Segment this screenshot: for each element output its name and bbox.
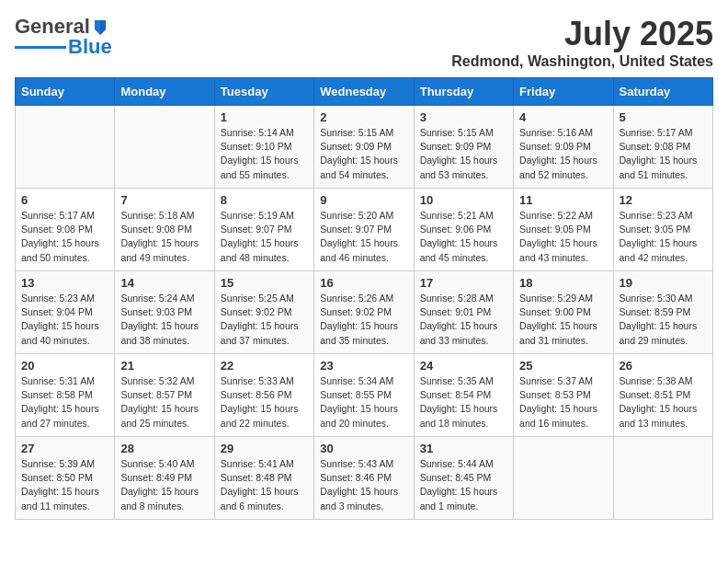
calendar-cell: 10Sunrise: 5:21 AM Sunset: 9:06 PM Dayli… [414, 189, 513, 271]
calendar-cell: 29Sunrise: 5:41 AM Sunset: 8:48 PM Dayli… [214, 437, 313, 520]
day-info: Sunrise: 5:38 AM Sunset: 8:51 PM Dayligh… [620, 374, 707, 431]
day-info: Sunrise: 5:44 AM Sunset: 8:45 PM Dayligh… [420, 457, 507, 513]
day-number: 11 [519, 193, 607, 207]
calendar-cell: 12Sunrise: 5:23 AM Sunset: 9:05 PM Dayli… [613, 189, 712, 271]
day-number: 18 [519, 276, 607, 290]
logo-underline [15, 46, 66, 49]
day-info: Sunrise: 5:15 AM Sunset: 9:09 PM Dayligh… [420, 126, 507, 182]
calendar-cell: 14Sunrise: 5:24 AM Sunset: 9:03 PM Dayli… [115, 271, 214, 354]
calendar-cell: 15Sunrise: 5:25 AM Sunset: 9:02 PM Dayli… [214, 271, 313, 354]
header: General Blue July 2025 Redmond, Washingt… [15, 15, 713, 70]
calendar-table: SundayMondayTuesdayWednesdayThursdayFrid… [15, 77, 713, 520]
day-info: Sunrise: 5:28 AM Sunset: 9:01 PM Dayligh… [420, 292, 507, 348]
calendar-week-row: 1Sunrise: 5:14 AM Sunset: 9:10 PM Daylig… [16, 106, 713, 189]
calendar-cell: 2Sunrise: 5:15 AM Sunset: 9:09 PM Daylig… [314, 106, 414, 189]
calendar-cell [613, 437, 712, 520]
day-number: 7 [120, 193, 208, 207]
calendar-cell: 9Sunrise: 5:20 AM Sunset: 9:07 PM Daylig… [314, 189, 414, 271]
calendar-cell: 28Sunrise: 5:40 AM Sunset: 8:49 PM Dayli… [115, 437, 214, 520]
day-info: Sunrise: 5:35 AM Sunset: 8:54 PM Dayligh… [420, 374, 507, 431]
weekday-header: Wednesday [314, 78, 414, 106]
day-info: Sunrise: 5:17 AM Sunset: 9:08 PM Dayligh… [620, 126, 707, 182]
day-info: Sunrise: 5:41 AM Sunset: 8:48 PM Dayligh… [221, 457, 308, 513]
day-number: 17 [420, 276, 507, 290]
day-number: 3 [420, 110, 507, 124]
day-info: Sunrise: 5:14 AM Sunset: 9:10 PM Dayligh… [221, 126, 308, 182]
day-number: 8 [221, 193, 308, 207]
day-number: 28 [120, 442, 208, 455]
calendar-cell: 5Sunrise: 5:17 AM Sunset: 9:08 PM Daylig… [613, 106, 712, 189]
day-info: Sunrise: 5:26 AM Sunset: 9:02 PM Dayligh… [320, 292, 407, 348]
day-number: 12 [620, 193, 707, 207]
day-info: Sunrise: 5:34 AM Sunset: 8:55 PM Dayligh… [320, 374, 407, 431]
calendar-cell: 22Sunrise: 5:33 AM Sunset: 8:56 PM Dayli… [214, 354, 313, 437]
day-number: 19 [620, 276, 707, 290]
calendar-cell: 3Sunrise: 5:15 AM Sunset: 9:09 PM Daylig… [414, 106, 513, 189]
calendar-week-row: 13Sunrise: 5:23 AM Sunset: 9:04 PM Dayli… [16, 271, 713, 354]
calendar-cell: 21Sunrise: 5:32 AM Sunset: 8:57 PM Dayli… [115, 354, 214, 437]
svg-marker-1 [100, 20, 106, 35]
day-number: 14 [120, 276, 208, 290]
calendar-cell: 20Sunrise: 5:31 AM Sunset: 8:58 PM Dayli… [16, 354, 115, 437]
calendar-cell: 30Sunrise: 5:43 AM Sunset: 8:46 PM Dayli… [314, 437, 414, 520]
subtitle: Redmond, Washington, United States [451, 53, 713, 70]
calendar-week-row: 20Sunrise: 5:31 AM Sunset: 8:58 PM Dayli… [16, 354, 713, 437]
logo-blue-text: Blue [68, 35, 112, 59]
day-number: 16 [320, 276, 407, 290]
day-number: 9 [320, 193, 407, 207]
calendar-cell: 24Sunrise: 5:35 AM Sunset: 8:54 PM Dayli… [414, 354, 513, 437]
logo: General Blue [15, 15, 112, 59]
calendar-cell: 26Sunrise: 5:38 AM Sunset: 8:51 PM Dayli… [613, 354, 712, 437]
calendar-cell: 23Sunrise: 5:34 AM Sunset: 8:55 PM Dayli… [314, 354, 414, 437]
day-number: 27 [21, 442, 108, 455]
day-number: 22 [221, 359, 308, 373]
calendar-cell: 18Sunrise: 5:29 AM Sunset: 9:00 PM Dayli… [514, 271, 613, 354]
day-info: Sunrise: 5:37 AM Sunset: 8:53 PM Dayligh… [519, 374, 607, 431]
day-number: 1 [221, 110, 308, 124]
day-info: Sunrise: 5:32 AM Sunset: 8:57 PM Dayligh… [120, 374, 208, 431]
day-info: Sunrise: 5:23 AM Sunset: 9:04 PM Dayligh… [21, 292, 108, 348]
day-number: 4 [519, 110, 607, 124]
weekday-header: Monday [115, 78, 214, 106]
day-number: 30 [320, 442, 407, 455]
day-number: 13 [21, 276, 108, 290]
day-info: Sunrise: 5:22 AM Sunset: 9:05 PM Dayligh… [519, 209, 607, 265]
calendar-week-row: 6Sunrise: 5:17 AM Sunset: 9:08 PM Daylig… [16, 189, 713, 271]
day-info: Sunrise: 5:24 AM Sunset: 9:03 PM Dayligh… [120, 292, 208, 348]
day-number: 10 [420, 193, 507, 207]
day-info: Sunrise: 5:23 AM Sunset: 9:05 PM Dayligh… [620, 209, 707, 265]
calendar-cell: 25Sunrise: 5:37 AM Sunset: 8:53 PM Dayli… [514, 354, 613, 437]
day-info: Sunrise: 5:33 AM Sunset: 8:56 PM Dayligh… [221, 374, 308, 431]
day-info: Sunrise: 5:19 AM Sunset: 9:07 PM Dayligh… [221, 209, 308, 265]
day-info: Sunrise: 5:29 AM Sunset: 9:00 PM Dayligh… [519, 292, 607, 348]
day-number: 23 [320, 359, 407, 373]
day-info: Sunrise: 5:21 AM Sunset: 9:06 PM Dayligh… [420, 209, 507, 265]
calendar-cell: 31Sunrise: 5:44 AM Sunset: 8:45 PM Dayli… [414, 437, 513, 520]
day-number: 25 [519, 359, 607, 373]
weekday-header-row: SundayMondayTuesdayWednesdayThursdayFrid… [16, 78, 713, 106]
day-number: 6 [21, 193, 108, 207]
main-title: July 2025 [451, 15, 713, 53]
day-number: 5 [620, 110, 707, 124]
calendar-cell: 7Sunrise: 5:18 AM Sunset: 9:08 PM Daylig… [115, 189, 214, 271]
day-info: Sunrise: 5:20 AM Sunset: 9:07 PM Dayligh… [320, 209, 407, 265]
calendar-cell [115, 106, 214, 189]
day-number: 20 [21, 359, 108, 373]
calendar-cell: 19Sunrise: 5:30 AM Sunset: 8:59 PM Dayli… [613, 271, 712, 354]
calendar-cell [16, 106, 115, 189]
calendar-cell [514, 437, 613, 520]
calendar-cell: 6Sunrise: 5:17 AM Sunset: 9:08 PM Daylig… [16, 189, 115, 271]
calendar-cell: 17Sunrise: 5:28 AM Sunset: 9:01 PM Dayli… [414, 271, 513, 354]
day-number: 15 [221, 276, 308, 290]
day-info: Sunrise: 5:30 AM Sunset: 8:59 PM Dayligh… [620, 292, 707, 348]
day-number: 29 [221, 442, 308, 455]
day-info: Sunrise: 5:18 AM Sunset: 9:08 PM Dayligh… [120, 209, 208, 265]
weekday-header: Friday [514, 78, 613, 106]
calendar-cell: 27Sunrise: 5:39 AM Sunset: 8:50 PM Dayli… [16, 437, 115, 520]
calendar-cell: 11Sunrise: 5:22 AM Sunset: 9:05 PM Dayli… [514, 189, 613, 271]
day-info: Sunrise: 5:43 AM Sunset: 8:46 PM Dayligh… [320, 457, 407, 513]
calendar-week-row: 27Sunrise: 5:39 AM Sunset: 8:50 PM Dayli… [16, 437, 713, 520]
day-number: 21 [120, 359, 208, 373]
day-info: Sunrise: 5:25 AM Sunset: 9:02 PM Dayligh… [221, 292, 308, 348]
calendar-cell: 4Sunrise: 5:16 AM Sunset: 9:09 PM Daylig… [514, 106, 613, 189]
